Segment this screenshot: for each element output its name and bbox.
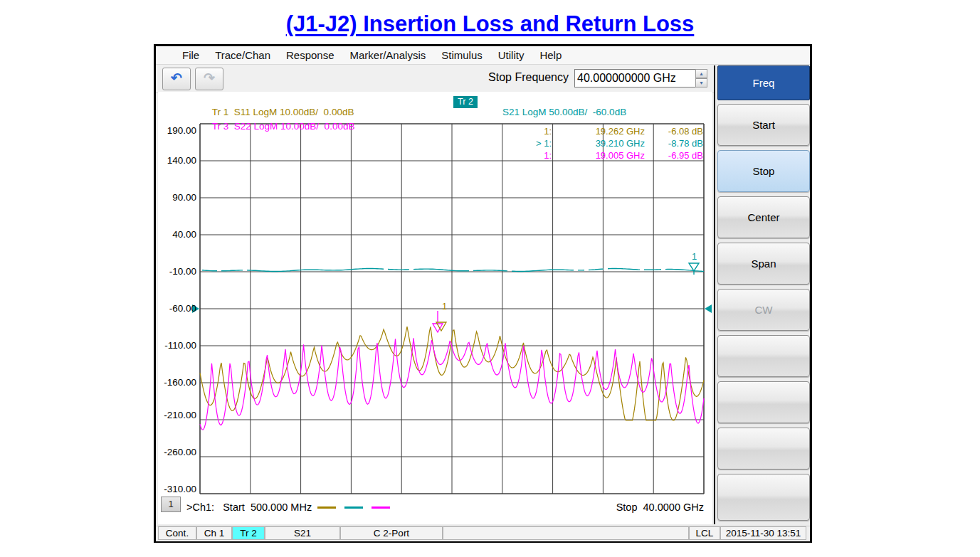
menu-item-utility[interactable]: Utility — [490, 47, 532, 63]
softkey-cw[interactable]: CW — [717, 289, 810, 331]
screen: (J1-J2) Insertion Loss and Return Loss F… — [0, 0, 980, 557]
status-sweep-mode: Cont. — [158, 526, 196, 540]
y-axis-label: -310.00 — [158, 484, 196, 494]
legend-trace3-id: Tr 3 — [212, 121, 229, 132]
softkey-stop[interactable]: Stop — [717, 150, 810, 192]
y-axis-label: 40.00 — [158, 229, 196, 240]
channel-label: >Ch1: — [186, 502, 214, 513]
trace1-color-dash — [317, 506, 336, 509]
softkey-blank-6[interactable] — [717, 335, 810, 377]
marker-frequency: 19.005 GHz — [552, 150, 645, 161]
softkey-blank-7[interactable] — [717, 381, 810, 423]
redo-button[interactable]: ↷ — [195, 68, 223, 90]
legend-trace3-text: S22 LogM 10.00dB/ 0.00dB — [234, 121, 355, 132]
marker-number: 1: — [449, 126, 552, 137]
status-calibration: C 2-Port — [340, 526, 443, 540]
y-axis-label: -110.00 — [158, 340, 196, 351]
undo-button[interactable]: ↶ — [162, 68, 191, 90]
softkey-freq[interactable]: Freq — [717, 65, 810, 100]
stop-frequency-input[interactable] — [574, 69, 697, 87]
marker-readout-row: 1:19.005 GHz-6.95 dB — [449, 150, 703, 161]
y-axis-label: -160.00 — [158, 377, 196, 388]
marker-number: 1: — [449, 150, 552, 161]
start-label: Start — [223, 502, 245, 513]
marker-number: > 1: — [449, 138, 552, 149]
ref-level-arrow-right — [705, 304, 712, 313]
stepper-up-icon[interactable]: ▲ — [695, 69, 707, 78]
softkey-center[interactable]: Center — [717, 196, 810, 238]
legend-trace2[interactable]: S21 LogM 50.00dB/ -60.0dB — [481, 96, 626, 128]
marker1-trace2-label: 1 — [692, 251, 697, 262]
menu-item-help[interactable]: Help — [532, 47, 569, 63]
y-axis-label: 190.00 — [158, 125, 196, 136]
status-bar: Cont.Ch 1Tr 2S21C 2-PortLCL2015-11-30 13… — [156, 526, 810, 541]
marker-readout-row: 1:19.262 GHz-6.08 dB — [449, 126, 703, 137]
marker-frequency: 39.210 GHz — [552, 138, 645, 149]
marker1-trace1-label: 1 — [442, 301, 447, 312]
stop-frequency-label: Stop Frequency — [462, 71, 569, 84]
trace3-color-dash — [372, 506, 390, 509]
start-value: 500.000 MHz — [251, 502, 312, 513]
stimulus-info: >Ch1: Start 500.000 MHz — [186, 502, 399, 524]
softkey-start[interactable]: Start — [717, 104, 810, 146]
y-axis-label: -10.00 — [158, 266, 196, 277]
softkey-blank-8[interactable] — [717, 428, 810, 470]
softkey-sidebar: FreqStartStopCenterSpanCW — [717, 46, 809, 524]
status-clock: 2015-11-30 13:51 — [720, 526, 806, 540]
menu-item-stimulus[interactable]: Stimulus — [433, 47, 490, 63]
trace-s21-path — [202, 269, 704, 272]
menu-item-trace-chan[interactable]: Trace/Chan — [207, 47, 278, 63]
status-active-trace: Tr 2 — [232, 526, 265, 540]
stimulus-stop-info: Stop 40.0000 GHz — [557, 502, 704, 524]
y-axis-label: -210.00 — [158, 410, 196, 420]
menu-item-marker-analysis[interactable]: Marker/Analysis — [342, 47, 434, 63]
y-axis-label: -260.00 — [158, 447, 196, 457]
y-axis-label: -60.00 — [158, 303, 196, 314]
menu-item-file[interactable]: File — [174, 47, 207, 63]
legend-trace2-selected-box[interactable]: Tr 2 — [453, 96, 478, 108]
status-measurement: S21 — [265, 526, 340, 540]
stop-frequency-stepper: ▲ ▼ — [695, 69, 707, 87]
display-sidebar-divider — [714, 65, 715, 524]
vna-application-window: FileTrace/ChanResponseMarker/AnalysisSti… — [154, 44, 812, 543]
marker-value: -8.78 dB — [645, 138, 703, 149]
legend-trace2-text: S21 LogM 50.00dB/ -60.0dB — [502, 107, 626, 117]
status-local-remote: LCL — [689, 526, 720, 540]
status-spacer — [443, 526, 689, 540]
softkey-span[interactable]: Span — [717, 243, 810, 285]
stepper-down-icon[interactable]: ▼ — [695, 78, 707, 87]
menu-bar: FileTrace/ChanResponseMarker/AnalysisSti… — [156, 46, 810, 65]
marker-value: -6.95 dB — [645, 150, 703, 161]
channel-tab[interactable]: 1 — [161, 497, 181, 512]
marker-frequency: 19.262 GHz — [552, 126, 645, 137]
y-axis-label: 140.00 — [158, 155, 196, 166]
status-channel-indicator: Ch 1 — [196, 526, 232, 540]
menu-item-response[interactable]: Response — [278, 47, 342, 63]
stop-value: 40.0000 GHz — [643, 502, 704, 513]
page-title: (J1-J2) Insertion Loss and Return Loss — [0, 11, 980, 37]
softkey-blank-9[interactable] — [717, 474, 810, 521]
stop-label: Stop — [616, 502, 638, 513]
trace2-color-dash — [344, 506, 363, 509]
marker-readout-row: > 1:39.210 GHz-8.78 dB — [449, 138, 703, 149]
toolbar: ↶ ↷ Stop Frequency ▲ ▼ — [156, 65, 715, 93]
legend-trace3[interactable]: Tr 3 S22 LogM 10.00dB/ 0.00dB — [191, 110, 354, 142]
measurement-display: 11 Tr 1 S11 LogM 10.00dB/ 0.00dB Tr 2 S2… — [158, 92, 712, 524]
y-axis-label: 90.00 — [158, 192, 196, 203]
marker-value: -6.08 dB — [645, 126, 703, 137]
